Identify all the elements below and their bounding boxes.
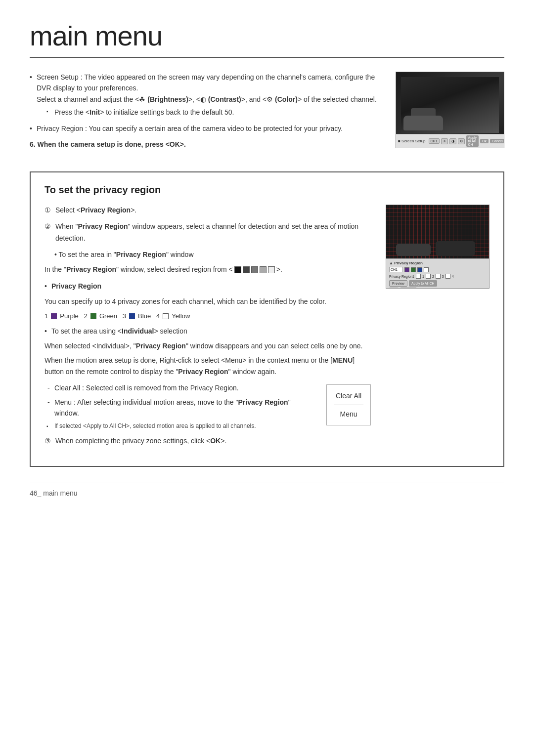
motion-desc: When the motion area setup is done, Righ…	[44, 355, 371, 378]
swatch-1	[234, 266, 241, 273]
screen-image: ■ Screen Setup CH1 ☀ ◑ ⚙ Apply to All CH…	[396, 72, 504, 162]
intro-text: Screen Setup : The video appeared on the…	[30, 72, 381, 162]
yellow-square	[163, 313, 169, 319]
ok-cancel-buttons: Ok Cancel	[389, 288, 486, 289]
green-square	[90, 313, 96, 319]
privacy-content: ① Select <Privacy Region>. ② When "Priva…	[44, 205, 490, 452]
swatch-5	[268, 266, 275, 273]
screen-setup-label: ■ Screen Setup	[398, 139, 426, 143]
screen-setup-bar: ■ Screen Setup CH1 ☀ ◑ ⚙ Apply to All CH…	[396, 134, 504, 148]
checkbox-4	[445, 274, 450, 279]
intro-bullet-2: Privacy Region : You can specify a certa…	[30, 123, 381, 134]
region-swatches	[234, 266, 275, 273]
car-silhouette-2	[436, 241, 475, 256]
car-shape	[403, 116, 443, 130]
privacy-cancel-btn[interactable]: Cancel	[400, 288, 417, 289]
privacy-screenshot: ▲ Privacy Region CH1 Privacy Region1 1 2	[386, 205, 490, 289]
ok-btn: Ok	[480, 139, 489, 143]
privacy-ok-btn[interactable]: Ok	[389, 288, 399, 289]
swatch-4	[260, 266, 267, 273]
contrast-icon: ◑	[449, 138, 456, 144]
yellow-block	[424, 267, 429, 272]
checkbox-3	[436, 274, 441, 279]
privacy-desc: You can specify up to 4 privacy zones fo…	[44, 296, 371, 307]
privacy-text-area: ① Select <Privacy Region>. ② When "Priva…	[44, 205, 371, 452]
privacy-bar-title: ▲ Privacy Region	[389, 261, 486, 265]
num-4: 4	[452, 275, 454, 278]
blue-square	[129, 313, 135, 319]
apply-all-btn: Apply to All CH	[466, 135, 479, 147]
swatch-2	[243, 266, 250, 273]
brightness-icon: ☀	[441, 138, 448, 144]
swatch-3	[251, 266, 258, 273]
privacy-image: ▲ Privacy Region CH1 Privacy Region1 1 2	[386, 205, 490, 452]
privacy-bar-region-row: Privacy Region1 1 2 3 4	[389, 274, 486, 279]
green-block	[411, 267, 416, 272]
privacy-ch-select: CH1	[389, 267, 403, 272]
privacy-mini-buttons: Preview Apply to All CH	[389, 280, 486, 287]
privacy-step-1: ① Select <Privacy Region>.	[44, 205, 371, 216]
preview-btn[interactable]: Preview	[389, 280, 407, 287]
to-set-area: • To set the area in "Privacy Region" wi…	[44, 249, 371, 260]
bullet-privacy-region: Privacy Region	[44, 281, 371, 292]
step-6: 6. When the camera setup is done, press …	[30, 139, 381, 150]
region-label: Privacy Region1	[389, 275, 414, 278]
num-2: 2	[432, 275, 434, 278]
footer: 46_ main menu	[30, 482, 504, 497]
color-zones-row: 1 Purple 2 Green 3 Blue 4 Yellow	[44, 311, 371, 321]
checkbox-1	[416, 274, 421, 279]
privacy-region-bullet: Privacy Region You can specify up to 4 p…	[44, 281, 371, 321]
privacy-bar-ch-row: CH1	[389, 267, 486, 272]
intro-section: Screen Setup : The video appeared on the…	[30, 72, 504, 162]
privacy-section: To set the privacy region ① Select <Priv…	[30, 171, 504, 466]
privacy-step-3: ③ When completing the privacy zone setti…	[44, 435, 371, 447]
individual-bullet: To set the area using <Individual> selec…	[44, 326, 371, 336]
privacy-section-title: To set the privacy region	[44, 184, 490, 196]
small-note: If selected <Apply to All CH>, selected …	[44, 421, 371, 430]
camera-screenshot: ■ Screen Setup CH1 ☀ ◑ ⚙ Apply to All CH…	[396, 72, 504, 148]
purple-block	[404, 267, 409, 272]
car-silhouette	[396, 244, 431, 256]
checkbox-2	[426, 274, 431, 279]
ch-control: CH1	[429, 138, 440, 144]
color-icon: ⚙	[458, 138, 465, 144]
privacy-bar: ▲ Privacy Region CH1 Privacy Region1 1 2	[386, 258, 489, 288]
privacy-step-2: ② When "Privacy Region" window appears, …	[44, 221, 371, 244]
init-note: Press the <Init> to initialize settings …	[46, 107, 381, 118]
dash-menu: Menu : After selecting individual motion…	[44, 397, 371, 419]
dash-clear-all: Clear All : Selected cell is removed fro…	[44, 382, 371, 393]
individual-desc: When selected <Individual>, "Privacy Reg…	[44, 340, 371, 352]
num-3: 3	[442, 275, 444, 278]
cancel-btn: Cancel	[490, 139, 504, 143]
apply-all-ch-btn[interactable]: Apply to All CH	[409, 280, 437, 287]
intro-bullet-1: Screen Setup : The video appeared on the…	[30, 72, 381, 118]
num-1: 1	[422, 275, 424, 278]
page-title: main menu	[30, 20, 504, 58]
in-privacy-region: In the "Privacy Region" window, select d…	[44, 264, 371, 275]
blue-block	[417, 267, 422, 272]
purple-square	[51, 313, 57, 319]
